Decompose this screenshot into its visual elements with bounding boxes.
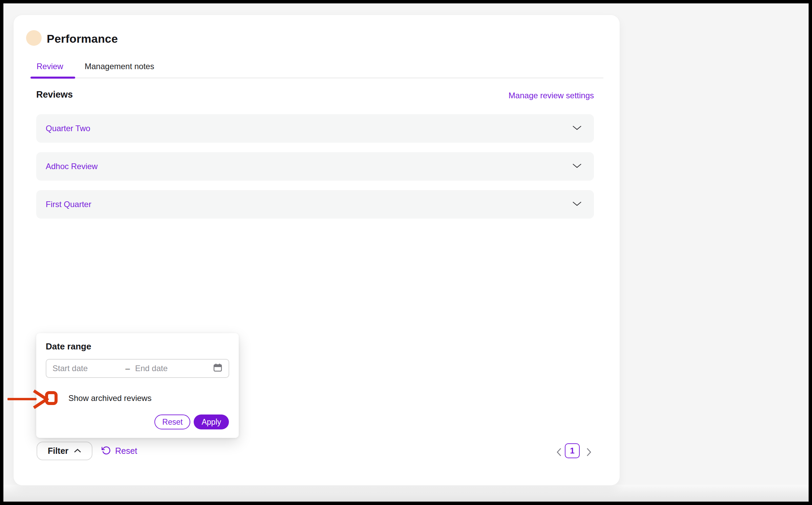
review-row-label: Quarter Two xyxy=(46,124,572,133)
screenshot-frame: Performance Review Management notes Revi… xyxy=(0,0,812,505)
pagination-next-icon[interactable] xyxy=(584,446,593,460)
popup-reset-button[interactable]: Reset xyxy=(154,415,190,429)
chevron-down-icon xyxy=(572,125,582,132)
chevron-down-icon xyxy=(572,201,582,208)
show-archived-label: Show archived reviews xyxy=(68,393,151,403)
apply-button[interactable]: Apply xyxy=(194,415,229,429)
chevron-down-icon xyxy=(572,163,582,170)
popup-buttons: Reset Apply xyxy=(154,415,229,429)
filter-toggle-button[interactable]: Filter xyxy=(37,442,92,460)
calendar-icon[interactable] xyxy=(213,363,222,374)
pagination-prev-icon[interactable] xyxy=(555,446,563,460)
review-row-label: First Quarter xyxy=(46,200,572,209)
performance-panel: Performance Review Management notes Revi… xyxy=(14,15,620,485)
reviews-heading: Reviews xyxy=(36,89,73,100)
pagination-page-1[interactable]: 1 xyxy=(565,443,580,458)
avatar xyxy=(26,30,42,46)
page-title: Performance xyxy=(47,32,118,45)
manage-review-settings-link[interactable]: Manage review settings xyxy=(509,91,594,100)
filter-popup: Date range – Show archived reviews xyxy=(36,333,239,438)
date-range-heading: Date range xyxy=(46,341,91,352)
review-row-first-quarter[interactable]: First Quarter xyxy=(36,190,594,219)
reset-refresh-icon xyxy=(102,446,111,457)
filter-reset-label: Reset xyxy=(115,446,137,456)
review-row-quarter-two[interactable]: Quarter Two xyxy=(36,114,594,143)
tab-management-notes[interactable]: Management notes xyxy=(85,62,154,71)
review-row-adhoc-review[interactable]: Adhoc Review xyxy=(36,152,594,181)
filter-button-label: Filter xyxy=(48,446,68,456)
bottom-gradient-strip xyxy=(3,485,809,502)
chevron-up-icon xyxy=(74,448,81,454)
date-range-separator: – xyxy=(120,364,135,373)
annotation-arrow-head xyxy=(33,389,49,411)
filter-reset-control[interactable]: Reset xyxy=(102,442,137,460)
review-row-label: Adhoc Review xyxy=(46,162,572,171)
start-date-input[interactable] xyxy=(52,364,120,373)
active-tab-underline xyxy=(30,77,75,79)
end-date-input[interactable] xyxy=(135,364,210,373)
tab-review[interactable]: Review xyxy=(37,62,63,71)
tab-divider xyxy=(30,78,603,78)
show-archived-row: Show archived reviews xyxy=(45,391,151,405)
date-range-field: – xyxy=(46,359,229,378)
